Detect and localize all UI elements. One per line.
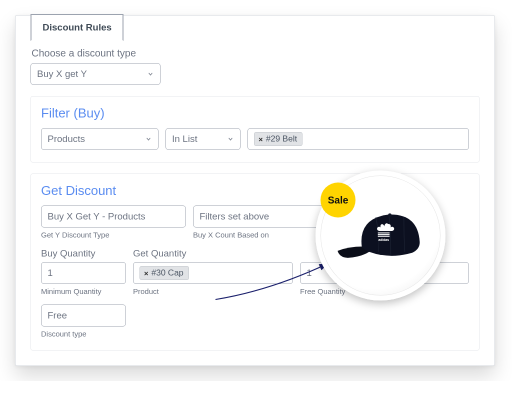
discount-type-value: Buy X get Y (37, 68, 87, 80)
discount-type-value2: Free (48, 310, 67, 321)
filter-operator-select[interactable]: In List (166, 128, 240, 150)
discount-type-select[interactable]: Buy X get Y (30, 63, 160, 85)
buy-qty-caption: Minimum Quantity (41, 287, 126, 296)
tab-label: Discount Rules (42, 22, 112, 32)
filter-product-chip: × #29 Belt (254, 132, 302, 146)
filter-buy-panel: Filter (Buy) Products In List × #29 Belt (30, 96, 480, 162)
chevron-down-icon (227, 136, 234, 142)
choose-discount-type-label: Choose a discount type (32, 48, 480, 59)
discount-rules-card: Discount Rules Choose a discount type Bu… (15, 15, 495, 366)
get-product-chip: × #30 Cap (140, 266, 189, 280)
svg-rect-2 (378, 234, 390, 235)
free-qty-value: 1 (306, 268, 312, 278)
get-y-type-input[interactable]: Buy X Get Y - Products (41, 206, 186, 228)
sale-badge: Sale (320, 182, 356, 218)
get-product-caption: Product (133, 287, 293, 296)
chip-remove-icon[interactable]: × (144, 269, 148, 278)
svg-rect-1 (378, 232, 390, 234)
svg-rect-3 (378, 236, 390, 237)
get-qty-label: Get Quantity (133, 248, 293, 259)
chip-remove-icon[interactable]: × (258, 135, 263, 144)
get-product-input[interactable]: × #30 Cap (133, 262, 293, 284)
svg-point-0 (388, 214, 392, 217)
filter-operator-value: In List (172, 134, 198, 144)
get-y-type-caption: Get Y Discount Type (41, 230, 186, 239)
sale-badge-label: Sale (328, 194, 348, 206)
get-y-type-value: Buy X Get Y - Products (48, 211, 146, 222)
svg-text:adidas: adidas (378, 238, 390, 242)
chip-label: #29 Belt (266, 134, 297, 144)
filter-title: Filter (Buy) (41, 106, 469, 121)
buy-qty-label: Buy Quantity (41, 248, 126, 259)
filter-category-select[interactable]: Products (41, 128, 158, 150)
chevron-down-icon (145, 136, 152, 142)
tab-discount-rules[interactable]: Discount Rules (30, 14, 124, 41)
buy-qty-value: 1 (48, 268, 53, 278)
discount-type-caption: Discount type (41, 330, 126, 338)
chip-label: #30 Cap (152, 268, 184, 278)
buy-x-based-on-value: Filters set above (200, 211, 269, 222)
chevron-down-icon (147, 70, 154, 78)
buy-qty-input[interactable]: 1 (41, 262, 126, 284)
discount-type-input[interactable]: Free (41, 304, 126, 326)
filter-category-value: Products (48, 134, 85, 144)
product-preview-bubble: Sale adidas (316, 170, 446, 300)
filter-products-input[interactable]: × #29 Belt (248, 128, 469, 150)
